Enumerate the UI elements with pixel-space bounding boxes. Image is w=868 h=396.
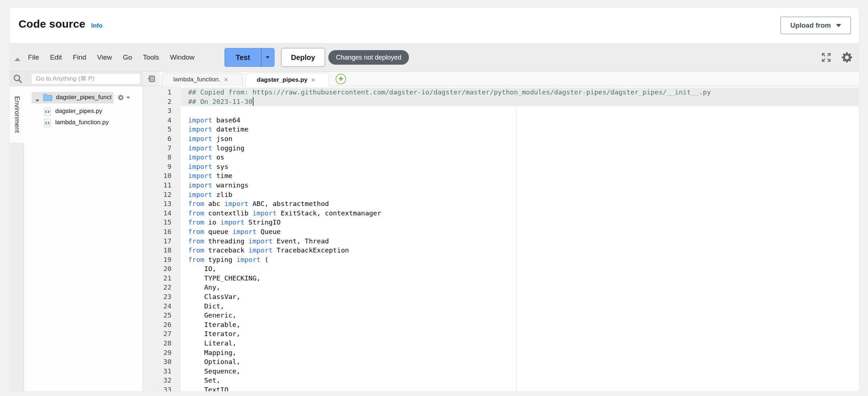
gutter-line-number[interactable]: 9 bbox=[143, 162, 181, 171]
code-line[interactable]: TextIO bbox=[181, 385, 859, 392]
code-line[interactable]: from io import StringIO bbox=[181, 218, 859, 227]
info-link[interactable]: Info bbox=[91, 22, 102, 29]
code-line[interactable]: ## On 2023-11-30 bbox=[181, 97, 859, 106]
gutter-line-number[interactable]: 17 bbox=[143, 237, 181, 246]
tab-dagster-pipes[interactable]: dagster_pipes.py × bbox=[246, 73, 329, 86]
upload-from-button[interactable]: Upload from bbox=[780, 17, 851, 34]
gutter-line-number[interactable]: 13 bbox=[143, 199, 181, 209]
close-tab-icon[interactable]: × bbox=[224, 76, 228, 83]
gutter-line-number[interactable]: 27 bbox=[143, 329, 181, 339]
code-line[interactable]: from traceback import TracebackException bbox=[181, 246, 859, 255]
fullscreen-icon[interactable] bbox=[820, 52, 832, 63]
menu-item-view[interactable]: View bbox=[92, 53, 117, 61]
settings-gear-icon[interactable] bbox=[840, 50, 854, 64]
gutter-line-number[interactable]: 19 bbox=[143, 255, 181, 264]
code-line[interactable]: from contextlib import ExitStack, contex… bbox=[181, 209, 859, 218]
gutter-line-number[interactable]: 25 bbox=[143, 311, 181, 320]
menu-item-find[interactable]: Find bbox=[67, 53, 92, 61]
menu-item-go[interactable]: Go bbox=[117, 53, 137, 61]
code-line[interactable]: import datetime bbox=[181, 125, 859, 134]
menu-item-file[interactable]: File bbox=[23, 53, 45, 61]
menu-item-tools[interactable]: Tools bbox=[138, 53, 165, 61]
folder-name: dagster_pipes_funct bbox=[56, 94, 113, 101]
gutter-line-number[interactable]: 10 bbox=[143, 171, 181, 181]
gutter-line-number[interactable]: 32 bbox=[143, 376, 181, 385]
code-line[interactable]: Any, bbox=[181, 283, 859, 292]
gutter-line-number[interactable]: 23 bbox=[143, 292, 181, 302]
folder-expand-caret-icon[interactable] bbox=[36, 97, 39, 103]
code-line[interactable]: Sequence, bbox=[181, 367, 859, 376]
close-tab-icon[interactable]: × bbox=[311, 76, 316, 84]
tree-file-row[interactable]: lambda_function.py bbox=[24, 118, 143, 128]
code-line[interactable]: Iterator, bbox=[181, 329, 859, 339]
tree-settings-control[interactable] bbox=[117, 94, 130, 101]
code-line[interactable]: Mapping, bbox=[181, 348, 859, 357]
code-line[interactable]: import warnings bbox=[181, 181, 859, 190]
code-line[interactable]: Literal, bbox=[181, 339, 859, 348]
gutter-line-number[interactable]: 20 bbox=[143, 264, 181, 274]
gutter-line-number[interactable]: 4 bbox=[143, 116, 181, 125]
gutter-line-number[interactable]: 3 bbox=[143, 106, 181, 116]
menu-item-edit[interactable]: Edit bbox=[45, 53, 68, 61]
code-line[interactable] bbox=[181, 106, 859, 116]
code-line[interactable]: from typing import ( bbox=[181, 255, 859, 264]
gutter-line-number[interactable]: 2 bbox=[143, 97, 181, 106]
code-line[interactable]: Dict, bbox=[181, 302, 859, 311]
code-line[interactable]: import time bbox=[181, 171, 859, 181]
gutter-line-number[interactable]: 26 bbox=[143, 320, 181, 330]
gutter[interactable]: 1234567891011121314151617181920212223242… bbox=[143, 86, 181, 392]
code-line[interactable]: Optional, bbox=[181, 357, 859, 367]
tab-lambda-function[interactable]: lambda_function. × bbox=[162, 73, 243, 86]
code-line[interactable]: import json bbox=[181, 134, 859, 144]
code-line[interactable]: import base64 bbox=[181, 116, 859, 125]
code-line[interactable]: Set, bbox=[181, 376, 859, 385]
gutter-line-number[interactable]: 12 bbox=[143, 190, 181, 199]
code-line[interactable]: IO, bbox=[181, 264, 859, 274]
code-line[interactable]: import sys bbox=[181, 162, 859, 171]
gutter-line-number[interactable]: 7 bbox=[143, 144, 181, 153]
gutter-line-number[interactable]: 28 bbox=[143, 339, 181, 348]
code-line[interactable]: import logging bbox=[181, 144, 859, 153]
tree-file-row[interactable]: dagster_pipes.py bbox=[24, 106, 143, 117]
menu-item-window[interactable]: Window bbox=[165, 53, 200, 61]
gutter-line-number[interactable]: 21 bbox=[143, 274, 181, 283]
chevron-down-icon bbox=[266, 56, 269, 58]
code-line[interactable]: TYPE_CHECKING, bbox=[181, 274, 859, 283]
gutter-line-number[interactable]: 30 bbox=[143, 357, 181, 367]
code-line[interactable]: import os bbox=[181, 153, 859, 162]
gutter-line-number[interactable]: 11 bbox=[143, 181, 181, 190]
code-line[interactable]: import zlib bbox=[181, 190, 859, 199]
test-dropdown-button[interactable] bbox=[261, 48, 274, 66]
gutter-line-number[interactable]: 15 bbox=[143, 218, 181, 227]
goto-anything-input[interactable] bbox=[31, 73, 140, 84]
test-button[interactable]: Test bbox=[225, 48, 261, 66]
gutter-line-number[interactable]: 1 bbox=[143, 88, 181, 97]
code-line[interactable]: ClassVar, bbox=[181, 292, 859, 302]
code-line[interactable]: Iterable, bbox=[181, 320, 859, 330]
gutter-line-number[interactable]: 18 bbox=[143, 246, 181, 255]
gutter-line-number[interactable]: 5 bbox=[143, 125, 181, 134]
new-tab-button[interactable]: + bbox=[336, 74, 346, 84]
code-editor[interactable]: 1234567891011121314151617181920212223242… bbox=[143, 86, 859, 392]
search-icon[interactable] bbox=[12, 73, 23, 86]
gutter-line-number[interactable]: 16 bbox=[143, 227, 181, 237]
tab-list-icon[interactable] bbox=[146, 74, 156, 85]
code-line[interactable]: Generic, bbox=[181, 311, 859, 320]
code-line[interactable]: from queue import Queue bbox=[181, 227, 859, 237]
gutter-line-number[interactable]: 8 bbox=[143, 153, 181, 162]
gutter-line-number[interactable]: 29 bbox=[143, 348, 181, 357]
gutter-line-number[interactable]: 31 bbox=[143, 367, 181, 376]
gutter-line-number[interactable]: 22 bbox=[143, 283, 181, 292]
gutter-line-number[interactable]: 33 bbox=[143, 385, 181, 392]
ide-menubar: File Edit Find View Go Tools Window Test… bbox=[9, 43, 859, 72]
deploy-button[interactable]: Deploy bbox=[281, 48, 325, 67]
tree-folder-row[interactable]: dagster_pipes_funct bbox=[24, 92, 143, 104]
environment-tab[interactable]: Environment bbox=[9, 86, 24, 143]
code-line[interactable]: from abc import ABC, abstractmethod bbox=[181, 199, 859, 209]
gutter-line-number[interactable]: 24 bbox=[143, 302, 181, 311]
code-line[interactable]: from threading import Event, Thread bbox=[181, 237, 859, 246]
gutter-line-number[interactable]: 6 bbox=[143, 134, 181, 144]
code-line[interactable]: ## Copied from: https://raw.githubuserco… bbox=[181, 88, 859, 97]
collapse-menu-icon[interactable] bbox=[15, 56, 20, 62]
gutter-line-number[interactable]: 14 bbox=[143, 209, 181, 218]
